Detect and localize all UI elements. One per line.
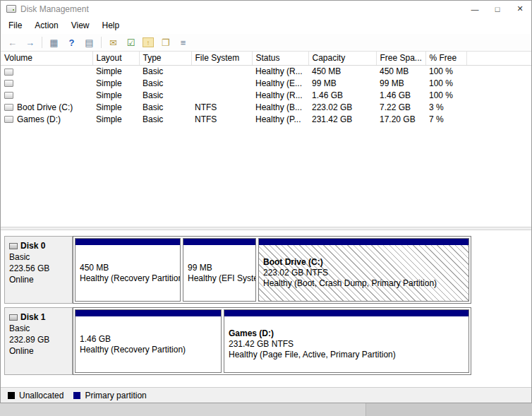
volume-icon [4,69,13,76]
legend-label: Unallocated [19,391,64,400]
type-cell: Basic [139,65,191,77]
close-button[interactable]: ✕ [509,1,531,17]
maximize-button[interactable]: □ [486,1,509,17]
volume-row[interactable]: Simple Basic Healthy (E... 99 MB 99 MB 1… [1,77,531,89]
type-cell: Basic [139,89,191,101]
free-cell: 450 MB [376,65,425,77]
volume-cell [1,65,92,77]
volume-row[interactable]: Boot Drive (C:) Simple Basic NTFS Health… [1,101,531,113]
volume-icon [4,80,13,87]
minimize-button[interactable]: — [464,1,486,17]
legend-label: Primary partition [85,391,146,400]
col-filler [466,52,531,65]
layout-cell: Simple [92,89,139,101]
disk-type: Basic [9,323,68,334]
primary-partition-bar [183,239,255,245]
fs-cell [191,65,252,77]
col-free-space[interactable]: Free Spa... [376,52,425,65]
action-pane-icon[interactable]: ▤ [83,37,95,49]
folder-up-icon[interactable]: ↑ [143,37,154,47]
legend-primary-partition: Primary partition [73,391,146,400]
pct-cell: 100 % [425,89,466,101]
volume-cell: Boot Drive (C:) [1,101,92,113]
volume-name: Boot Drive (C:) [17,102,73,112]
free-cell: 17.20 GB [376,113,425,125]
partition-status: Healthy (Boot, Crash Dump, Primary Parti… [263,278,468,289]
menu-help[interactable]: Help [96,18,126,32]
partition-status: Healthy (Recovery Partition) [80,273,180,284]
menu-file[interactable]: File [2,18,28,32]
help-icon[interactable]: ? [66,37,78,49]
primary-partition-bar [259,239,468,245]
menubar: File Action View Help [1,17,531,34]
col-status[interactable]: Status [252,52,308,65]
checkbox-icon[interactable]: ☑ [125,37,137,49]
volume-icon [4,116,13,123]
pct-cell: 7 % [425,113,466,125]
disk0-info[interactable]: Disk 0 Basic 223.56 GB Online [4,236,73,304]
partition-disk0-c[interactable]: Boot Drive (C:) 223.02 GB NTFS Healthy (… [258,238,469,302]
disk-status: Online [9,274,68,285]
volume-icon [4,92,13,99]
status-cell: Healthy (B... [252,101,308,113]
disk0-block: Disk 0 Basic 223.56 GB Online 450 MB Hea… [4,236,531,304]
col-layout[interactable]: Layout [92,52,139,65]
partition-disk1-d[interactable]: Games (D:) 231.42 GB NTFS Healthy (Page … [224,309,469,373]
pct-cell: 100 % [425,77,466,89]
partition-status: Healthy (EFI System Partition) [188,273,255,284]
capacity-cell: 231.42 GB [308,113,376,125]
fs-cell: NTFS [191,113,252,125]
pct-cell: 3 % [425,101,466,113]
disk-status: Online [9,345,68,357]
callout-icon[interactable]: ✉ [107,37,119,49]
status-cell: Healthy (R... [252,65,308,77]
partition-size: 450 MB [80,263,180,273]
capacity-cell: 223.02 GB [308,101,376,113]
layout-cell: Simple [92,65,139,77]
disk-type: Basic [9,251,68,263]
disk1-partitions: 1.46 GB Healthy (Recovery Partition) Gam… [73,307,471,375]
toolbar: ← → ▦ ? ▤ ✉ ☑ ↑ ❐ ≡ [1,34,531,52]
unallocated-swatch [8,392,15,399]
back-icon[interactable]: ← [6,37,18,49]
properties-icon[interactable]: ≡ [177,37,189,49]
table-header-row: Volume Layout Type File System Status Ca… [1,52,531,65]
col-file-system[interactable]: File System [191,52,252,65]
primary-partition-bar [75,239,180,245]
partition-disk0-recovery[interactable]: 450 MB Healthy (Recovery Partition) [75,238,181,302]
disk1-info[interactable]: Disk 1 Basic 232.89 GB Online [4,307,73,375]
partition-disk0-efi[interactable]: 99 MB Healthy (EFI System Partition) [183,238,256,302]
disk-size: 223.56 GB [9,263,68,274]
volume-cell [1,89,92,101]
menu-view[interactable]: View [65,18,96,32]
volume-row[interactable]: Games (D:) Simple Basic NTFS Healthy (P.… [1,113,531,125]
menu-action[interactable]: Action [28,18,64,32]
col-capacity[interactable]: Capacity [308,52,376,65]
capacity-cell: 1.46 GB [308,89,376,101]
volume-icon [4,104,13,111]
layout-cell: Simple [92,77,139,89]
col-volume[interactable]: Volume [1,52,92,65]
volume-row[interactable]: Simple Basic Healthy (R... 450 MB 450 MB… [1,65,531,77]
document-icon[interactable]: ❐ [159,37,171,49]
partition-status: Healthy (Page File, Active, Primary Part… [229,350,468,360]
partition-size: 231.42 GB NTFS [229,339,468,350]
volume-cell: Games (D:) [1,113,92,125]
layout-cell: Simple [92,101,139,113]
legend-bar: Unallocated Primary partition [1,387,531,403]
toolbar-separator [101,37,102,48]
volume-row[interactable]: Simple Basic Healthy (R... 1.46 GB 1.46 … [1,89,531,101]
col-pct-free[interactable]: % Free [425,52,466,65]
status-cell: Healthy (E... [252,77,308,89]
free-cell: 99 MB [376,77,425,89]
bottom-gray-strip-right [365,403,532,416]
console-tree-icon[interactable]: ▦ [48,37,60,49]
disk1-block: Disk 1 Basic 232.89 GB Online 1.46 GB He… [4,307,531,375]
disk-label: Disk 0 [20,240,45,251]
forward-icon[interactable]: → [24,37,36,49]
window-controls: — □ ✕ [464,1,531,17]
col-type[interactable]: Type [139,52,191,65]
partition-size: 99 MB [188,263,255,273]
legend-unallocated: Unallocated [8,391,64,400]
partition-disk1-recovery[interactable]: 1.46 GB Healthy (Recovery Partition) [75,309,222,373]
